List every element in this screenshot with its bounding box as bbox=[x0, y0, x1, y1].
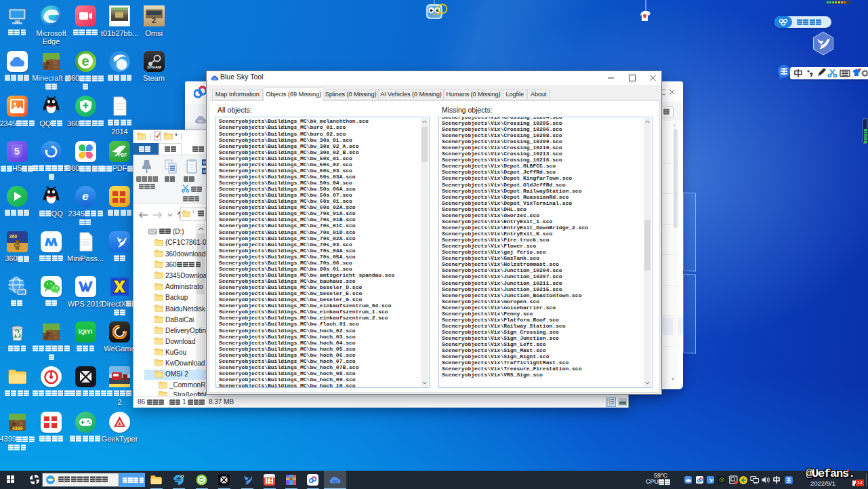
svg-text:4399: 4399 bbox=[12, 426, 22, 431]
svg-text:PDF: PDF bbox=[119, 153, 127, 157]
svg-text:2: 2 bbox=[151, 16, 155, 24]
svg-text:STEAM: STEAM bbox=[147, 64, 161, 69]
